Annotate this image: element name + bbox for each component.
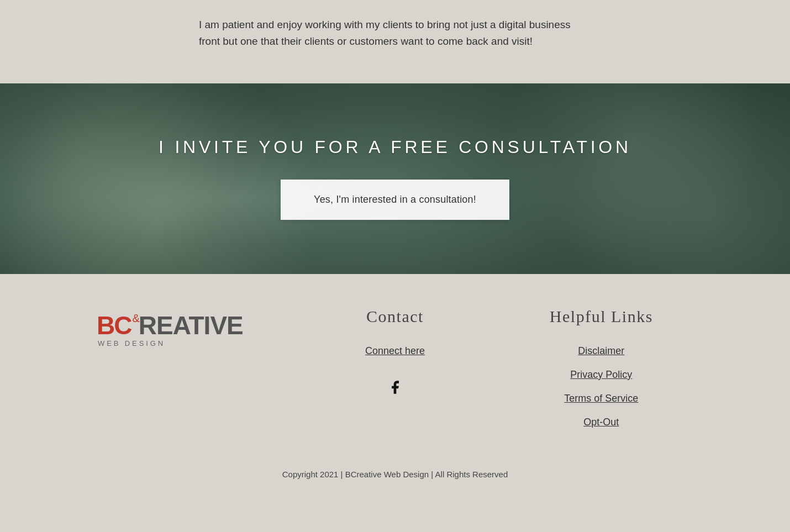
consultation-button[interactable]: Yes, I'm interested in a consultation! xyxy=(281,180,509,220)
footer-grid: BC & REATIVE Web Design Contact Connect … xyxy=(64,307,726,440)
top-section: I am patient and enjoy working with my c… xyxy=(0,0,790,83)
logo-ampersand: & xyxy=(132,312,139,325)
logo-text-row: BC & REATIVE xyxy=(97,313,243,338)
footer-bottom: Copyright 2021 | BCreative Web Design | … xyxy=(0,468,790,481)
copyright-text: Copyright 2021 | BCreative Web Design | … xyxy=(33,468,757,481)
connect-here-link[interactable]: Connect here xyxy=(365,345,425,357)
hero-title: I invite you for a free consultation xyxy=(159,137,631,157)
footer-logo-col: BC & REATIVE Web Design xyxy=(97,307,281,440)
opt-out-link[interactable]: Opt-Out xyxy=(583,417,619,428)
footer-contact-col: Contact Connect here xyxy=(303,307,487,440)
helpful-links-heading: Helpful Links xyxy=(550,307,653,326)
terms-of-service-link[interactable]: Terms of Service xyxy=(564,393,638,404)
hero-background xyxy=(0,83,790,274)
intro-paragraph: I am patient and enjoy working with my c… xyxy=(199,17,591,50)
disclaimer-link[interactable]: Disclaimer xyxy=(578,345,624,357)
contact-heading: Contact xyxy=(366,307,424,326)
logo-container: BC & REATIVE Web Design xyxy=(97,313,243,347)
footer-links-col: Helpful Links Disclaimer Privacy Policy … xyxy=(509,307,693,440)
hero-section: I invite you for a free consultation Yes… xyxy=(0,83,790,274)
footer-section: BC & REATIVE Web Design Contact Connect … xyxy=(0,274,790,503)
facebook-icon[interactable] xyxy=(387,379,403,399)
privacy-policy-link[interactable]: Privacy Policy xyxy=(570,369,632,381)
logo-webdesign: Web Design xyxy=(97,339,165,347)
logo-reative: REATIVE xyxy=(139,313,243,338)
logo-bc: BC xyxy=(97,313,131,338)
